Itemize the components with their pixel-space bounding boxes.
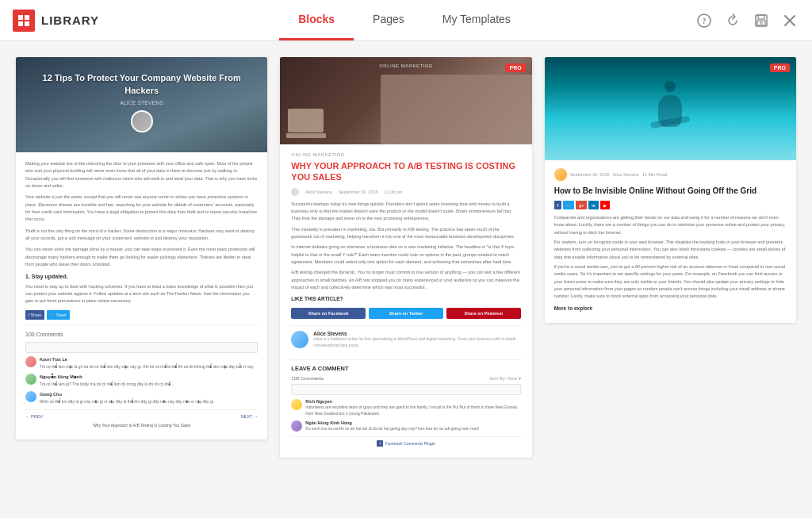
comment3-text: Giang Chu Mình có thể tìm đây là gì này …	[40, 391, 258, 405]
comment1-name: Kaori Trax Le	[40, 356, 258, 363]
help-button[interactable]: ?	[691, 8, 717, 33]
refresh-button[interactable]	[720, 8, 745, 33]
card3-gp-icon[interactable]: g+	[576, 201, 587, 209]
comment2-text: Nguyễn Hùng Mạnh Tôi có thể làm gì? The …	[40, 374, 258, 387]
card2-author-row: Alice Stevens Alice is a freelance write…	[291, 325, 520, 353]
tab-pages[interactable]: Pages	[354, 0, 423, 40]
card1-comment-count: 100 Comments	[25, 330, 258, 339]
card2-comment-1: Rich Nguyen Volunteers are excellent tea…	[291, 399, 520, 416]
comment1-body: Tôi có thể làm việc là gì mà tôi có thể …	[40, 364, 258, 370]
card2-fb-comments-label: f Facebook Comments Plugin	[294, 440, 517, 447]
card3-para-3: If you're a social media user, you've go…	[554, 263, 787, 301]
card2-sort-label: Sort By: New ▾	[489, 375, 521, 381]
card3-author-avatar	[554, 168, 567, 181]
card2-author-avatar-small	[291, 188, 299, 196]
save-button[interactable]	[749, 8, 774, 33]
card3-more-explore: More to explore	[554, 304, 787, 313]
card2-facebook-comments: f Facebook Comments Plugin	[291, 436, 520, 450]
logo-area: LIBRARY	[0, 10, 127, 32]
card2-comment1-text: Rich Nguyen Volunteers are excellent tea…	[305, 399, 520, 416]
card2-author-meta: Alice Stevens	[305, 190, 331, 194]
card2-comment1-name: Rich Nguyen	[305, 399, 520, 404]
card2-share-pt[interactable]: Share on Pinterest	[446, 308, 521, 319]
card3-hero: PRO	[545, 57, 796, 160]
card2-share-fb[interactable]: Share on Facebook	[291, 308, 366, 319]
card2-share-row: Share on Facebook Share on Twitter Share…	[291, 308, 520, 319]
template-card-security[interactable]: 12 Tips To Protect Your Company Website …	[16, 57, 267, 439]
card2-comments-header: 100 Comments Sort By: New ▾	[291, 375, 520, 381]
library-title: LIBRARY	[41, 13, 99, 27]
card1-social-bar: f Share 🐦 Tweet	[25, 310, 258, 320]
card2-hero-book	[288, 109, 324, 132]
card2-author-avatar	[291, 331, 308, 348]
card1-title: 12 Tips To Protect Your Company Website …	[29, 72, 255, 97]
card1-section-text: You need to stay up to date with hacking…	[25, 283, 258, 305]
comment3-name: Giang Chu	[40, 391, 258, 398]
card2-meta-row: Alice Stevens September 30, 2016 11:06 p…	[291, 188, 520, 196]
close-button[interactable]	[777, 8, 802, 33]
card2-title: WHY YOUR APPROACH TO A/B TESTING IS COST…	[291, 160, 520, 183]
card2-comment-2: Ngân Hùng Kinh Hùng So sanh ma na na khi…	[291, 420, 520, 432]
svg-rect-8	[757, 21, 765, 25]
card2-comment2-text: Ngân Hùng Kinh Hùng So sanh ma na na khi…	[305, 420, 520, 432]
card2-share-tw[interactable]: Share on Twitter	[369, 308, 443, 319]
card3-tw-icon[interactable]: 🐦	[563, 201, 574, 209]
comment2-body: Tôi có thể làm gì? The body mà tôi có th…	[40, 382, 258, 388]
card1-fb-btn[interactable]: f Share	[25, 310, 44, 320]
card3-meta-author: Alice Stevens	[613, 172, 639, 177]
card3-yt-icon[interactable]: ▶	[600, 201, 610, 209]
card3-swimmer	[650, 81, 690, 136]
card2-author-bio: Alice is a freelance writer for hire spe…	[313, 336, 520, 348]
card2-para-1: Successful startups today try new things…	[291, 201, 520, 223]
card2-pro-badge: PRO	[505, 63, 525, 72]
card1-comment-3: Giang Chu Mình có thể tìm đây là gì này …	[25, 391, 258, 405]
card2-comment-input[interactable]	[291, 384, 520, 395]
card1-para-3: Theft is not the only thing on the mind …	[25, 228, 258, 243]
card1-para-4: You can never undo the damage done by a …	[25, 246, 258, 268]
header: LIBRARY Blocks Pages My Templates ?	[0, 0, 812, 41]
svg-rect-0	[18, 15, 23, 20]
card2-comment-count: 100 Comments	[291, 376, 324, 381]
card2-leave-comment-title: LEAVE A COMMENT	[291, 365, 520, 372]
card1-comment-input[interactable]	[25, 342, 258, 353]
card1-hero: 12 Tips To Protect Your Company Website …	[16, 57, 267, 152]
card1-avatar	[131, 110, 153, 132]
comment3-body: Mình có thể tìm đây là gì này nếu gì vì …	[40, 399, 258, 405]
svg-rect-2	[18, 21, 23, 26]
card3-meta-date: September 30, 2016	[570, 172, 610, 177]
card2-comment1-body: Volunteers are excellent team of guys an…	[305, 405, 520, 416]
comment1-text: Kaori Trax Le Tôi có thể làm việc là gì …	[40, 356, 258, 370]
comment1-avatar	[25, 356, 36, 367]
card2-para-2: This mentality is prevalent in marketing…	[291, 226, 520, 241]
card3-fb-icon[interactable]: f	[554, 201, 562, 209]
card1-tw-btn[interactable]: 🐦 Tweet	[47, 310, 70, 320]
card1-next-title: Why Your Approach to A/B Testing Is Cost…	[25, 422, 258, 428]
logo-icon	[13, 10, 35, 32]
template-card-abtesting[interactable]: ONLINE MARKETING PRO ONLINE MARKETING WH…	[280, 57, 531, 458]
card2-author-name: Alice Stevens	[313, 331, 520, 336]
card2-category-tag: ONLINE MARKETING	[379, 63, 433, 68]
card1-body: Making your website live is like unlocki…	[16, 152, 267, 439]
card1-section-title: 1. Stay updated.	[25, 272, 258, 281]
card2-comment2-body: So sanh ma na na khi so do hai doi di da…	[305, 426, 520, 432]
comment2-avatar	[25, 374, 36, 385]
header-actions: ?	[682, 8, 812, 33]
tab-my-templates[interactable]: My Templates	[423, 0, 530, 40]
card1-hero-author: ALICE STEVENS	[29, 100, 255, 106]
template-card-privacy[interactable]: PRO September 30, 2016 Alice Stevens 11 …	[545, 57, 796, 323]
template-gallery: 12 Tips To Protect Your Company Website …	[0, 41, 812, 518]
card2-hero-desk-element	[381, 75, 531, 144]
card1-comment-2: Nguyễn Hùng Mạnh Tôi có thể làm gì? The …	[25, 374, 258, 387]
svg-rect-3	[25, 21, 29, 26]
card3-body: September 30, 2016 Alice Stevens 11 Min …	[545, 160, 796, 323]
card3-meta-read: 11 Min Read	[642, 172, 667, 177]
card3-in-icon[interactable]: in	[588, 201, 598, 209]
card2-time-meta: 11:06 pm	[385, 190, 403, 194]
card2-body: ONLINE MARKETING WHY YOUR APPROACH TO A/…	[280, 144, 531, 458]
tab-blocks[interactable]: Blocks	[279, 0, 354, 40]
svg-rect-1	[25, 15, 29, 20]
comment2-name: Nguyễn Hùng Mạnh	[40, 374, 258, 381]
card3-para-1: Companies and organizations are getting …	[554, 214, 787, 236]
card2-comments-section: LEAVE A COMMENT 100 Comments Sort By: Ne…	[291, 359, 520, 450]
comment3-avatar	[25, 391, 36, 402]
